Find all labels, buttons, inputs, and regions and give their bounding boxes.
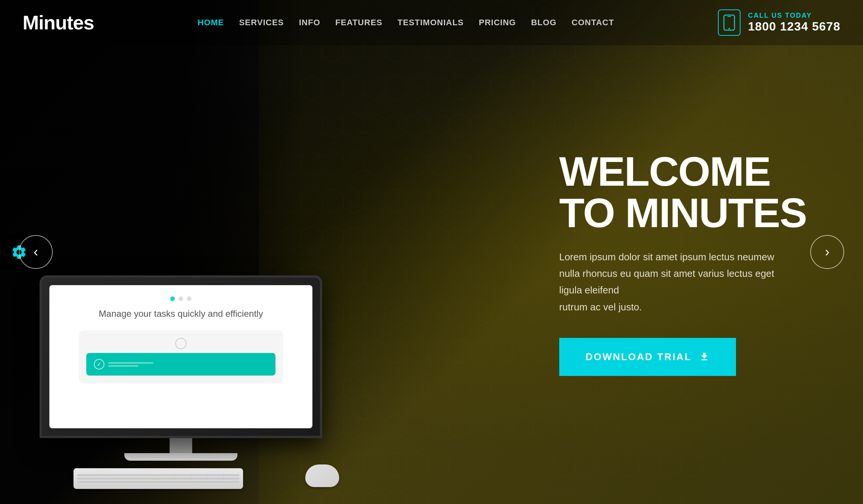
card-check-icon: ✓ [94,359,104,370]
nav-link-contact[interactable]: CONTACT [572,18,614,27]
keyboard-row-3 [77,481,239,483]
screen-dots [170,296,191,301]
key-block [208,478,223,480]
nav-item-services[interactable]: SERVICES [239,18,284,27]
nav-item-home[interactable]: HOME [197,18,224,27]
card-teal-bar: ✓ [86,353,275,376]
monitor-neck [170,438,192,453]
dot-inactive-2 [187,296,191,301]
hero-description: Lorem ipsum dolor sit amet ipsum lectus … [559,249,793,315]
key-block [93,474,109,476]
nav-item-info[interactable]: INFO [299,18,320,27]
hero-title-line2: TO MINUTES [559,189,806,236]
nav-item-pricing[interactable]: PRICING [479,18,516,27]
nav-link-features[interactable]: FEATURES [335,18,383,27]
next-arrow-icon: › [825,245,829,259]
card-line-long [108,362,153,363]
key-block [191,474,207,476]
key-block [159,474,174,476]
download-trial-label: DOWNLOAD TRIAL [586,351,692,363]
key-block [77,474,92,476]
card-line-short [108,365,138,367]
key-block [126,478,141,480]
card-circle [175,338,187,349]
call-number: 1800 1234 5678 [748,20,840,34]
prev-arrow-button[interactable]: ‹ [19,235,53,269]
key-block [224,478,239,480]
nav-link-info[interactable]: INFO [299,18,320,27]
nav-link-blog[interactable]: BLOG [531,18,557,27]
key-block [159,478,174,480]
nav-link-testimonials[interactable]: TESTIMONIALS [398,18,464,27]
monitor-screen-outer: Manage your tasks quickly and efficientl… [40,275,322,438]
keyboard [73,468,243,489]
nav-item-contact[interactable]: CONTACT [572,18,614,27]
key-block [208,474,223,476]
key-block [124,481,193,483]
monitor-display: Manage your tasks quickly and efficientl… [40,275,322,461]
download-trial-button[interactable]: DOWNLOAD TRIAL [559,338,736,376]
monitor-screen-inner: Manage your tasks quickly and efficientl… [49,285,312,428]
key-block [93,478,109,480]
download-icon [699,351,710,362]
nav-link-services[interactable]: SERVICES [239,18,284,27]
key-block [110,474,125,476]
svg-rect-1 [727,16,731,17]
monitor-mockup: Manage your tasks quickly and efficientl… [23,275,339,489]
nav-link-home[interactable]: HOME [197,18,224,27]
key-block [77,478,92,480]
dot-active [170,296,175,301]
hero-title-line1: WELCOME [559,148,770,194]
card-lines [108,362,153,367]
hero-content: WELCOME TO MINUTES Lorem ipsum dolor sit… [559,151,806,376]
svg-point-2 [728,28,730,29]
nav-item-testimonials[interactable]: TESTIMONIALS [398,18,464,27]
screen-card: ✓ [79,330,283,383]
key-block [142,474,158,476]
phone-icon [723,14,735,31]
call-label: CALL US TODAY [748,12,840,20]
nav-item-blog[interactable]: BLOG [531,18,557,27]
brand-logo[interactable]: Minutes [23,11,94,34]
call-text: CALL US TODAY 1800 1234 5678 [748,12,840,34]
key-block [224,474,239,476]
navbar: Minutes HOME SERVICES INFO FEATURES TEST… [0,0,863,45]
key-block [126,474,141,476]
key-block [110,478,125,480]
keyboard-mouse-row [23,461,339,489]
nav-link-pricing[interactable]: PRICING [479,18,516,27]
screen-title: Manage your tasks quickly and efficientl… [99,309,263,319]
key-block [175,478,190,480]
key-block [191,478,207,480]
phone-icon-container [718,9,741,36]
hero-section: Minutes HOME SERVICES INFO FEATURES TEST… [0,0,863,504]
key-block [77,481,123,483]
key-block [194,481,239,483]
nav-links: HOME SERVICES INFO FEATURES TESTIMONIALS… [197,18,614,27]
next-arrow-button[interactable]: › [810,235,844,269]
key-block [175,474,190,476]
hero-title: WELCOME TO MINUTES [559,151,806,234]
keyboard-row-1 [77,474,239,476]
keyboard-row-2 [77,478,239,480]
dot-inactive-1 [179,296,183,301]
call-section: CALL US TODAY 1800 1234 5678 [718,9,840,36]
monitor-base [124,453,237,461]
nav-item-features[interactable]: FEATURES [335,18,383,27]
mouse [305,464,339,487]
key-block [142,478,158,480]
prev-arrow-icon: ‹ [34,245,38,259]
